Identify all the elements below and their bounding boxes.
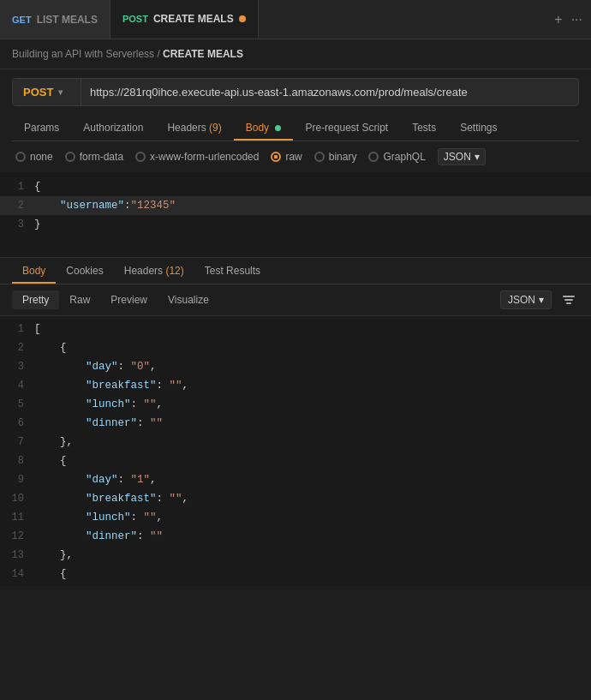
option-x-www-label: x-www-form-urlencoded: [150, 151, 259, 163]
response-body-viewer: 1 [ 2 { 3 "day": "0", 4 "breakfast": "",…: [0, 316, 591, 586]
res-line-2: 2 {: [0, 338, 591, 357]
res-line-11: 11 "lunch": "",: [0, 508, 591, 527]
res-line-5: 5 "lunch": "",: [0, 395, 591, 414]
response-tab-test-results[interactable]: Test Results: [194, 258, 271, 284]
breadcrumb: Building an API with Serverless / CREATE…: [0, 39, 591, 69]
unsaved-dot: [239, 15, 246, 22]
radio-graphql: [368, 152, 379, 162]
res-line-7: 7 },: [0, 433, 591, 452]
tab-get-list-meals[interactable]: GET LIST MEALS: [0, 0, 110, 39]
sub-tab-right-controls: JSON ▾: [500, 290, 579, 310]
radio-binary: [314, 152, 325, 162]
filter-icon[interactable]: [558, 290, 579, 310]
response-format-chevron-icon: ▾: [539, 294, 544, 306]
sub-tab-preview[interactable]: Preview: [100, 290, 158, 309]
tab-tests[interactable]: Tests: [400, 115, 448, 141]
url-bar: POST ▾: [12, 78, 579, 106]
json-format-selector[interactable]: JSON ▾: [438, 148, 486, 165]
request-body-editor[interactable]: 1 { 2 "username":"12345" 3 }: [0, 172, 591, 258]
tab-label: CREATE MEALS: [153, 13, 234, 25]
res-line-6: 6 "dinner": "": [0, 414, 591, 433]
add-tab-button[interactable]: +: [554, 12, 562, 27]
res-line-4: 4 "breakfast": "",: [0, 376, 591, 395]
option-form-data[interactable]: form-data: [65, 151, 123, 163]
req-line-3: 3 }: [0, 215, 591, 234]
response-tab-bar: Body Cookies Headers (12) Test Results: [0, 258, 591, 284]
selected-method: POST: [23, 86, 53, 99]
radio-none: [15, 152, 26, 162]
option-raw[interactable]: raw: [271, 151, 301, 163]
svg-rect-1: [564, 299, 573, 301]
sub-tab-visualize[interactable]: Visualize: [158, 290, 219, 309]
res-line-13: 13 },: [0, 546, 591, 565]
request-tab-nav: Params Authorization Headers (9) Body Pr…: [12, 115, 579, 141]
tab-bar: GET LIST MEALS POST CREATE MEALS + ···: [0, 0, 591, 39]
tab-actions: + ···: [546, 0, 591, 39]
res-line-1: 1 [: [0, 320, 591, 338]
radio-raw: [271, 152, 281, 162]
tab-settings[interactable]: Settings: [448, 115, 509, 141]
request-section: POST ▾ Params Authorization Headers (9) …: [0, 69, 591, 172]
svg-rect-0: [563, 296, 575, 297]
tab-params[interactable]: Params: [12, 115, 71, 141]
json-format-chevron-icon: ▾: [475, 151, 480, 163]
tab-body[interactable]: Body: [234, 115, 294, 141]
method-selector[interactable]: POST ▾: [13, 79, 81, 105]
response-sub-tab-bar: Pretty Raw Preview Visualize JSON ▾: [0, 284, 591, 316]
post-method-label: POST: [122, 14, 148, 24]
res-line-10: 10 "breakfast": "",: [0, 489, 591, 508]
body-options: none form-data x-www-form-urlencoded raw…: [12, 141, 579, 172]
breadcrumb-parent[interactable]: Building an API with Serverless: [12, 48, 154, 60]
url-input[interactable]: [81, 79, 578, 105]
option-x-www[interactable]: x-www-form-urlencoded: [135, 151, 259, 163]
option-graphql[interactable]: GraphQL: [368, 151, 425, 163]
response-format-selector[interactable]: JSON ▾: [500, 290, 552, 309]
res-line-12: 12 "dinner": "": [0, 527, 591, 546]
svg-rect-2: [566, 302, 571, 304]
option-binary[interactable]: binary: [314, 151, 357, 163]
response-tab-headers[interactable]: Headers (12): [114, 258, 194, 284]
tab-label: LIST MEALS: [37, 14, 98, 26]
sub-tab-pretty[interactable]: Pretty: [12, 290, 59, 309]
method-chevron-icon: ▾: [58, 87, 63, 97]
res-line-3: 3 "day": "0",: [0, 357, 591, 376]
response-format-label: JSON: [508, 294, 535, 306]
tab-headers[interactable]: Headers (9): [155, 115, 233, 141]
res-line-8: 8 {: [0, 452, 591, 470]
tab-authorization[interactable]: Authorization: [71, 115, 155, 141]
res-line-15: 15 "day": "2",: [0, 583, 591, 586]
option-binary-label: binary: [329, 151, 357, 163]
option-graphql-label: GraphQL: [383, 151, 425, 163]
option-form-data-label: form-data: [80, 151, 123, 163]
option-none[interactable]: none: [15, 151, 53, 163]
res-line-9: 9 "day": "1",: [0, 470, 591, 489]
req-line-1: 1 {: [0, 177, 591, 196]
option-none-label: none: [30, 151, 53, 163]
tab-post-create-meals[interactable]: POST CREATE MEALS: [110, 0, 259, 39]
json-format-label: JSON: [444, 151, 471, 163]
more-tabs-button[interactable]: ···: [571, 12, 582, 27]
response-tab-body[interactable]: Body: [12, 258, 56, 284]
radio-x-www: [135, 152, 146, 162]
breadcrumb-current: CREATE MEALS: [163, 48, 243, 60]
response-tab-cookies[interactable]: Cookies: [56, 258, 113, 284]
sub-tab-raw[interactable]: Raw: [59, 290, 100, 309]
option-raw-label: raw: [285, 151, 301, 163]
radio-form-data: [65, 152, 75, 162]
tab-pre-request[interactable]: Pre-request Script: [293, 115, 400, 141]
res-line-14: 14 {: [0, 565, 591, 583]
req-line-2: 2 "username":"12345": [0, 196, 591, 215]
get-method-label: GET: [12, 15, 32, 25]
